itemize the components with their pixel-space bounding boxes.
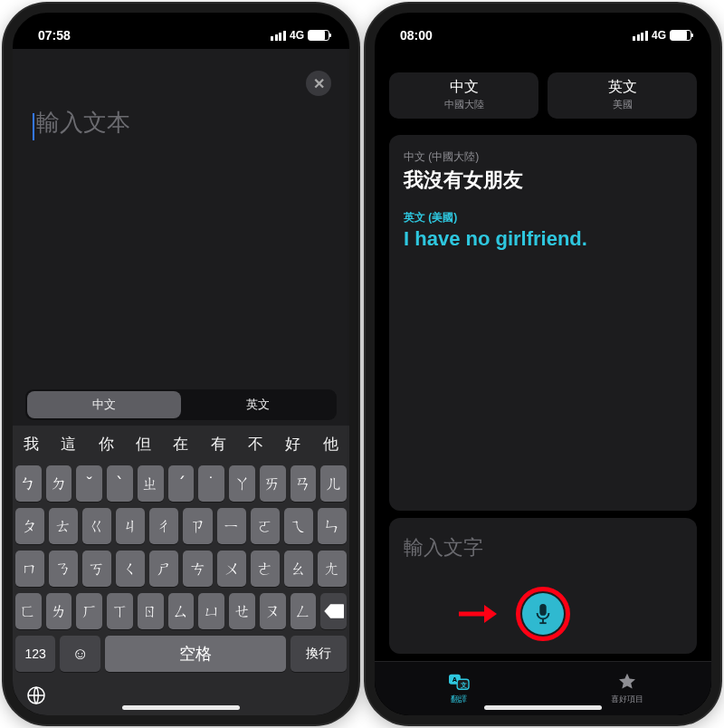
prediction-item[interactable]: 但 — [125, 434, 162, 455]
key[interactable]: ㄙ — [168, 593, 195, 629]
key[interactable]: ˊ — [168, 465, 195, 502]
key[interactable]: ㄍ — [82, 508, 111, 544]
key[interactable]: ㄖ — [138, 593, 164, 629]
segment-option-english[interactable]: 英文 — [181, 391, 335, 418]
key[interactable]: ㄉ — [46, 465, 72, 502]
globe-icon — [25, 685, 47, 706]
key[interactable]: ㄝ — [229, 593, 255, 629]
key[interactable]: ㄢ — [291, 465, 317, 502]
tab-label: 喜好項目 — [611, 694, 643, 705]
segment-label: 英文 — [246, 397, 270, 413]
key[interactable]: ㄆ — [15, 508, 44, 544]
home-indicator[interactable] — [122, 705, 240, 710]
prediction-item[interactable]: 我 — [13, 434, 50, 455]
key[interactable]: ㄩ — [198, 593, 224, 629]
language-title: 中文 — [450, 78, 479, 97]
network-label: 4G — [652, 29, 666, 42]
source-language-picker[interactable]: 中文 中國大陸 — [389, 72, 538, 119]
close-icon: ✕ — [313, 75, 325, 92]
key[interactable]: ㄘ — [183, 551, 212, 587]
signal-icon — [271, 31, 286, 41]
key[interactable]: ˋ — [107, 465, 133, 502]
prediction-item[interactable]: 在 — [162, 434, 199, 455]
translate-icon: A 文 — [448, 672, 470, 692]
key[interactable]: ㄣ — [318, 508, 347, 544]
input-placeholder: 輸入文本 — [36, 109, 130, 136]
arrow-icon — [457, 603, 497, 625]
key[interactable]: ㄥ — [291, 593, 317, 629]
key[interactable]: ㄐ — [116, 508, 145, 544]
microphone-button[interactable] — [522, 593, 564, 635]
backspace-icon — [324, 604, 344, 618]
key[interactable]: ㄧ — [217, 508, 246, 544]
prediction-item[interactable]: 他 — [312, 434, 349, 455]
annotation-arrow — [457, 603, 497, 628]
prediction-item[interactable]: 好 — [274, 434, 311, 455]
source-text: 我沒有女朋友 — [404, 167, 682, 194]
numbers-key[interactable]: 123 — [15, 636, 55, 672]
source-language-label: 中文 (中國大陸) — [404, 149, 682, 165]
key[interactable]: ㄠ — [284, 551, 313, 587]
segment-option-chinese[interactable]: 中文 — [27, 391, 181, 418]
key[interactable]: ㄕ — [149, 551, 178, 587]
key[interactable]: ㄑ — [116, 551, 145, 587]
key[interactable]: ㄋ — [49, 551, 78, 587]
svg-text:文: 文 — [460, 681, 467, 689]
key[interactable]: ㄈ — [15, 593, 42, 629]
status-time: 08:00 — [400, 28, 433, 43]
prediction-item[interactable]: 你 — [88, 434, 125, 455]
target-text: I have no girlfriend. — [404, 227, 682, 251]
keyboard-language-segment[interactable]: 中文 英文 — [25, 389, 337, 420]
key[interactable]: ㄚ — [229, 465, 255, 502]
key[interactable]: ㄛ — [251, 508, 280, 544]
key[interactable]: ㄤ — [318, 551, 347, 587]
translate-input-screen: ✕ 輸入文本 中文 英文 我 這 你 但 在 有 不 好 他 ㄅ ㄉ — [13, 49, 349, 715]
key[interactable]: ㄓ — [138, 465, 164, 502]
prediction-item[interactable]: 這 — [50, 434, 87, 455]
battery-icon — [670, 30, 691, 41]
key[interactable]: ㄗ — [183, 508, 212, 544]
target-language-picker[interactable]: 英文 美國 — [548, 72, 697, 119]
space-key[interactable]: 空格 — [105, 636, 286, 672]
language-subtitle: 中國大陸 — [444, 98, 484, 111]
emoji-key[interactable]: ☺ — [60, 636, 100, 672]
key[interactable]: ㄎ — [82, 551, 111, 587]
translation-result-card: 中文 (中國大陸) 我沒有女朋友 英文 (美國) I have no girlf… — [389, 135, 697, 511]
battery-icon — [308, 30, 329, 41]
input-card[interactable]: 輸入文字 — [389, 518, 697, 654]
status-right: 4G — [271, 29, 329, 42]
phone-left: 07:58 4G ✕ 輸入文本 中文 英文 我 這 你 但 在 — [4, 4, 358, 724]
key[interactable]: ㄡ — [260, 593, 286, 629]
translate-result-screen: 中文 中國大陸 英文 美國 中文 (中國大陸) 我沒有女朋友 英文 (美國) I… — [375, 49, 711, 715]
key[interactable]: ㄒ — [107, 593, 133, 629]
segment-label: 中文 — [92, 397, 116, 413]
backspace-key[interactable] — [320, 593, 347, 629]
key[interactable]: ㄟ — [284, 508, 313, 544]
close-button[interactable]: ✕ — [306, 71, 331, 96]
svg-rect-3 — [539, 604, 546, 616]
key[interactable]: ㄨ — [217, 551, 246, 587]
svg-marker-2 — [484, 605, 497, 623]
key[interactable]: ㄊ — [49, 508, 78, 544]
microphone-button-highlight — [516, 587, 570, 641]
home-indicator[interactable] — [484, 705, 602, 710]
return-key[interactable]: 換行 — [291, 636, 347, 672]
key[interactable]: ㄏ — [76, 593, 102, 629]
star-icon — [616, 672, 638, 692]
key[interactable]: ㄔ — [149, 508, 178, 544]
key[interactable]: ˇ — [76, 465, 102, 502]
prediction-item[interactable]: 有 — [200, 434, 237, 455]
key[interactable]: ㄅ — [15, 465, 42, 502]
key[interactable]: ㄇ — [15, 551, 44, 587]
globe-button[interactable] — [25, 685, 47, 712]
key[interactable]: ㄜ — [251, 551, 280, 587]
prediction-row: 我 這 你 但 在 有 不 好 他 — [13, 426, 349, 462]
target-language-label: 英文 (美國) — [404, 210, 682, 225]
key[interactable]: ˙ — [198, 465, 224, 502]
status-right: 4G — [633, 29, 691, 42]
text-input-area[interactable]: 輸入文本 — [13, 103, 349, 380]
key[interactable]: ㄌ — [46, 593, 72, 629]
key[interactable]: ㄦ — [320, 465, 347, 502]
prediction-item[interactable]: 不 — [237, 434, 274, 455]
key[interactable]: ㄞ — [260, 465, 286, 502]
